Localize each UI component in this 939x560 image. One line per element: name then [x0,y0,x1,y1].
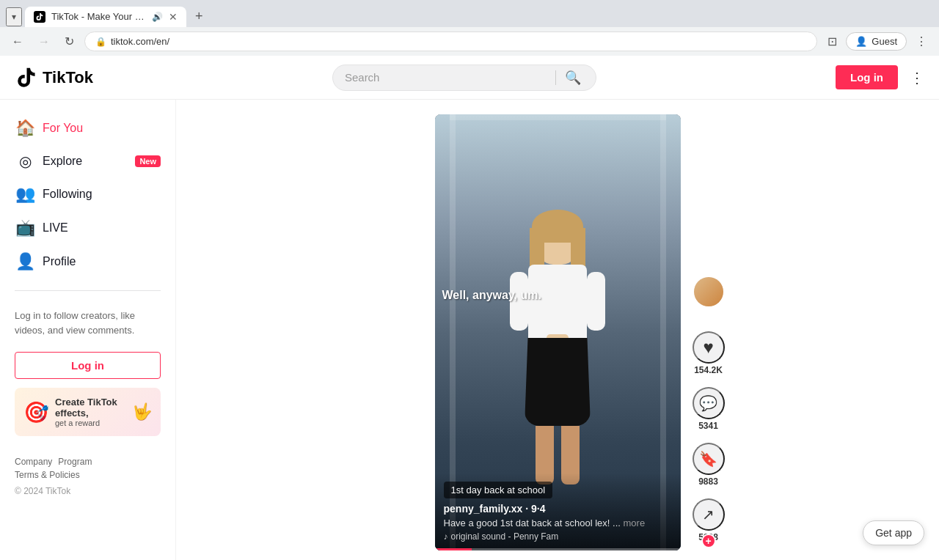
live-icon: 📺 [15,218,35,237]
video-player[interactable]: Well, anyway, um. 1st day back at school… [435,114,681,550]
video-card: Well, anyway, um. 1st day back at school… [435,114,681,550]
creator-avatar[interactable] [693,276,725,308]
for-you-label: For You [43,122,161,135]
tab-favicon [34,11,45,23]
video-progress-bar[interactable] [435,548,681,550]
site-header: TikTok 🔍 Log in ⋮ [0,56,939,100]
following-label: Following [43,188,161,201]
create-effects-banner[interactable]: 🎯 Create TikTok effects, get a reward 🤟 [15,388,161,436]
sidebar-item-profile[interactable]: 👤 Profile [6,245,169,279]
head [536,213,580,265]
like-action: ♥ 154.2K [693,331,725,375]
banner-text-block: Create TikTok effects, get a reward [55,397,126,427]
url-text: tiktok.com/en/ [111,36,806,47]
door-frame-top [450,114,666,120]
profile-icon: 👤 [15,252,35,271]
video-text-overlay: Well, anyway, um. [442,289,673,302]
video-sound[interactable]: ♪ original sound - Penny Fam [444,531,672,542]
reload-button[interactable]: ↻ [60,32,78,51]
cast-button[interactable]: ⊡ [823,32,841,51]
sidebar-item-for-you[interactable]: 🏠 For You [6,111,169,145]
footer-links: Company Program Terms & Policies [15,457,161,480]
creator-avatar-item: + [693,276,725,308]
lock-icon: 🔒 [95,37,106,47]
browser-tab[interactable]: TikTok - Make Your Day 🔊 ✕ [25,7,186,27]
share-button[interactable]: ↗ [693,498,725,531]
get-app-button[interactable]: Get app [863,520,924,545]
content-layout: 🏠 For You ◎ Explore New 👥 Following 📺 LI… [0,100,939,560]
guest-label: Guest [872,36,897,47]
main-feed: Well, anyway, um. 1st day back at school… [176,100,939,560]
footer-link-company[interactable]: Company [15,457,52,467]
new-tab-button[interactable]: + [189,6,209,27]
explore-icon: ◎ [15,152,35,170]
banner-subtitle: get a reward [55,419,126,427]
bookmark-button[interactable]: 🔖 [693,443,725,475]
like-count: 154.2K [694,365,723,375]
sidebar-footer: Company Program Terms & Policies © 2024 … [6,445,169,508]
banner-icon: 🎯 [23,400,49,424]
tab-list-button[interactable]: ▾ [6,7,22,26]
avatar-image [694,277,723,306]
video-more-link[interactable]: more [624,517,646,528]
search-input[interactable] [345,71,549,84]
address-bar[interactable]: 🔒 tiktok.com/en/ [84,32,817,51]
caption-chip-container: 1st day back at school [444,482,672,503]
header-more-button[interactable]: ⋮ [910,69,924,86]
music-note-icon: ♪ [444,531,448,542]
banner-title: Create TikTok effects, [55,397,126,419]
video-desc-text: Have a good 1st dat back at school lex! … [444,517,621,528]
browser-chrome: ▾ TikTok - Make Your Day 🔊 ✕ + ← → ↻ 🔒 t… [0,0,939,56]
tab-close-button[interactable]: ✕ [169,11,178,23]
guest-button[interactable]: 👤 Guest [846,32,907,51]
video-caption-text: Well, anyway, um. [442,289,541,301]
profile-label: Profile [43,255,161,268]
sidebar-item-live[interactable]: 📺 LIVE [6,211,169,245]
comment-button[interactable]: 💬 [693,387,725,419]
footer-link-terms[interactable]: Terms & Policies [15,470,80,480]
following-icon: 👥 [15,185,35,204]
logo[interactable]: TikTok [15,66,93,89]
comment-action: 💬 5341 [693,387,725,431]
search-button[interactable]: 🔍 [562,70,584,86]
banner-emoji: 🤟 [132,402,152,421]
video-overlay: 1st day back at school penny_family.xx ·… [435,473,681,550]
tab-bar: ▾ TikTok - Make Your Day 🔊 ✕ + [0,0,939,27]
video-container: Well, anyway, um. 1st day back at school… [435,114,681,560]
header-right: Log in ⋮ [836,65,924,89]
sidebar: 🏠 For You ◎ Explore New 👥 Following 📺 LI… [0,100,176,560]
tiktok-logo-icon [15,66,38,89]
home-icon: 🏠 [15,119,35,138]
main-nav: 🏠 For You ◎ Explore New 👥 Following 📺 LI… [6,111,169,279]
footer-link-program[interactable]: Program [58,457,92,467]
login-button[interactable]: Log in [836,65,898,89]
video-description: Have a good 1st dat back at school lex! … [444,517,672,528]
tab-title: TikTok - Make Your Day [51,11,146,22]
bookmark-action: 🔖 9883 [693,443,725,487]
sidebar-login-button[interactable]: Log in [15,352,161,379]
person-silhouette [506,213,609,506]
like-button[interactable]: ♥ [693,331,725,364]
skirt [525,338,591,426]
video-username[interactable]: penny_family.xx · 9·4 [444,503,672,515]
sidebar-item-following[interactable]: 👥 Following [6,177,169,211]
bookmark-count: 9883 [698,476,718,487]
explore-label: Explore [43,155,125,168]
page: TikTok 🔍 Log in ⋮ 🏠 For You ◎ Explor [0,56,939,560]
sidebar-divider [15,290,161,291]
forward-button[interactable]: → [34,32,54,51]
guest-avatar-icon: 👤 [855,36,867,47]
browser-actions: ⊡ 👤 Guest ⋮ [823,32,932,51]
follow-plus-button[interactable]: + [701,534,716,548]
video-actions: + ♥ 154.2K 💬 5341 🔖 9883 [693,276,725,542]
sidebar-item-explore[interactable]: ◎ Explore New [6,145,169,177]
comment-count: 5341 [698,421,718,431]
browser-more-button[interactable]: ⋮ [911,32,932,51]
tab-mute-icon[interactable]: 🔊 [152,12,163,22]
caption-chip: 1st day back at school [444,482,553,498]
promo-text: Log in to follow creators, like videos, … [6,303,169,343]
copyright: © 2024 TikTok [15,486,161,496]
logo-text: TikTok [43,68,93,87]
browser-toolbar: ← → ↻ 🔒 tiktok.com/en/ ⊡ 👤 Guest ⋮ [0,27,939,56]
back-button[interactable]: ← [7,32,28,51]
